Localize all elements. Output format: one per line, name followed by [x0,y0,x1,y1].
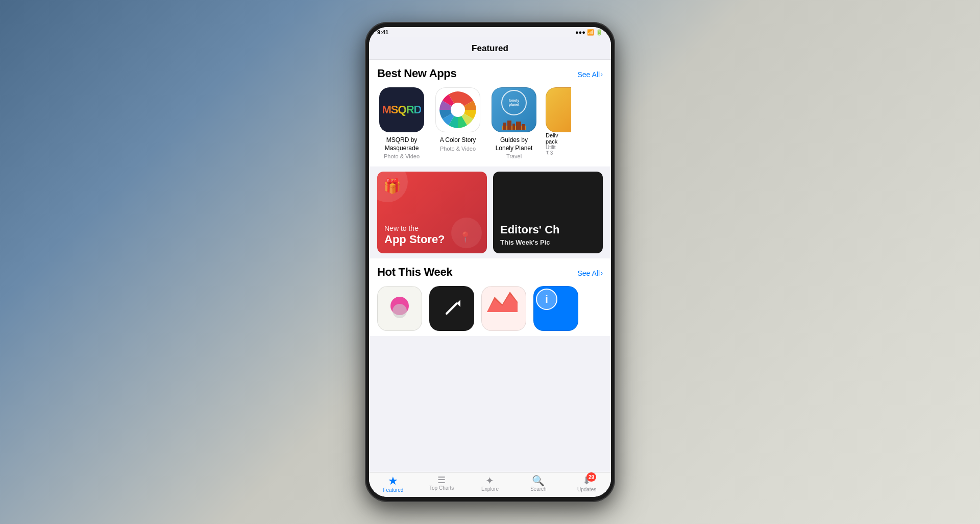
see-all-chevron: › [601,71,603,78]
gift-icon: 🎁 [383,178,401,195]
promo-new-line2: App Store? [384,233,480,246]
svg-rect-3 [503,123,506,130]
updates-badge: 29 [586,472,596,482]
see-all-hot[interactable]: See All › [577,269,603,277]
section-header-best-new: Best New Apps See All › [377,67,603,80]
phone-frame: 9:41 ●●● 📶 🔋 Featured Best New Apps [365,22,615,502]
tab-featured-icon: ★ [388,475,398,487]
status-time: 9:41 [377,29,388,35]
tab-explore[interactable]: ✦ Explore [466,475,514,492]
hot-apps-row: i [377,286,603,331]
svg-rect-4 [507,121,511,130]
app-category-lonely-planet: Travel [506,153,522,159]
promo-new-to-store[interactable]: 🎁 📍 New to the App Store? [377,172,487,253]
promo-editors-choice[interactable]: Editors' Ch This Week's Pic [493,172,603,253]
scroll-content[interactable]: Best New Apps See All › [369,60,611,472]
navigation-bar: Featured [369,37,611,60]
promo-new-line1: New to the [384,224,480,233]
hot-app-icon-2[interactable] [429,286,474,331]
app-category-msqrd: Photo & Video [384,153,420,159]
section-title-hot: Hot This Week [377,266,452,279]
hot-this-week-section: Hot This Week See All › [369,258,611,336]
promo-banners-section: 🎁 📍 New to the App Store? Edito [369,172,611,253]
app-item-partial[interactable]: Delivpack Utilit ₹ 3 [546,87,571,159]
svg-rect-6 [516,122,521,130]
app-name-lonely-planet: Guides by Lonely Planet [496,136,533,152]
hot-icon-1-svg [384,293,415,324]
tab-search-label: Search [530,487,547,492]
phone-wrapper: 9:41 ●●● 📶 🔋 Featured Best New Apps [365,22,615,502]
app-icon-lonely-planet: lonelyplanet [492,87,536,132]
svg-point-1 [451,103,465,117]
lp-cityscape-svg [502,117,526,130]
appstore-content: 9:41 ●●● 📶 🔋 Featured Best New Apps [369,27,611,497]
tab-charts-icon: ☰ [437,475,446,485]
svg-marker-11 [457,300,460,307]
partial-app-category: Utilit [546,145,571,150]
best-new-apps-section: Best New Apps See All › [369,60,611,166]
hot-app-icon-4[interactable]: i [533,286,578,331]
svg-rect-7 [522,124,525,130]
hot-app-icon-3[interactable] [481,286,526,331]
lp-circle: lonelyplanet [501,90,527,115]
status-bar: 9:41 ●●● 📶 🔋 [369,27,611,37]
tab-search-icon: 🔍 [532,475,545,486]
tab-search[interactable]: 🔍 Search [514,475,562,492]
color-wheel-svg [438,90,477,129]
lp-brand-text: lonelyplanet [509,99,520,107]
promo-editors-text: Editors' Ch This Week's Pic [500,223,596,246]
section-header-hot: Hot This Week See All › [377,266,603,279]
partial-app-price: ₹ 3 [546,150,571,156]
best-new-apps-row: MSQRD MSQRD by Masquerade Photo & Video [377,87,603,159]
nav-title: Featured [472,43,508,54]
promo-editors-subtitle: This Week's Pic [500,239,596,246]
see-all-best-new[interactable]: See All › [577,70,603,79]
phone-screen: 9:41 ●●● 📶 🔋 Featured Best New Apps [369,27,611,497]
partial-app-name: Delivpack [546,132,571,145]
tab-explore-label: Explore [481,487,499,492]
hot-icon-2-svg [439,296,464,321]
tab-top-charts[interactable]: ☰ Top Charts [418,475,466,491]
tab-featured-label: Featured [383,488,403,493]
promo-new-text: New to the App Store? [384,224,480,246]
promo-editors-title: Editors' Ch [500,223,596,236]
partial-icon [546,87,571,132]
svg-text:i: i [545,294,548,305]
tab-updates-badge-container: ⬇ 29 [582,475,591,486]
msqrd-text: MSQRD [382,103,422,116]
svg-line-10 [447,303,457,314]
hot-icon-4-svg: i [534,287,559,312]
lonely-planet-content: lonelyplanet [501,90,527,130]
status-icons: ●●● 📶 🔋 [575,29,603,36]
hand-container: 9:41 ●●● 📶 🔋 Featured Best New Apps [0,0,980,524]
tab-updates[interactable]: ⬇ 29 Updates [562,475,611,492]
tab-featured[interactable]: ★ Featured [369,475,418,493]
app-category-color-story: Photo & Video [440,146,476,152]
see-all-hot-chevron: › [601,270,603,277]
section-title-best-new: Best New Apps [377,67,456,80]
app-item-msqrd[interactable]: MSQRD MSQRD by Masquerade Photo & Video [377,87,426,159]
app-icon-msqrd: MSQRD [379,87,424,132]
svg-rect-5 [512,124,515,130]
tab-updates-label: Updates [577,487,596,492]
tab-charts-label: Top Charts [429,486,454,491]
app-item-lonely-planet[interactable]: lonelyplanet [489,87,538,159]
app-icon-color-story [435,87,480,132]
hot-app-icon-1[interactable] [377,286,422,331]
app-item-color-story[interactable]: A Color Story Photo & Video [433,87,482,159]
tab-explore-icon: ✦ [485,475,494,486]
location-icon: 📍 [459,231,472,243]
app-name-msqrd: MSQRD by Masquerade [385,136,419,152]
hot-icon-3-svg [482,287,518,317]
app-name-color-story: A Color Story [440,136,476,145]
tab-bar: ★ Featured ☰ Top Charts ✦ Explore [369,472,611,497]
svg-point-9 [393,304,407,318]
